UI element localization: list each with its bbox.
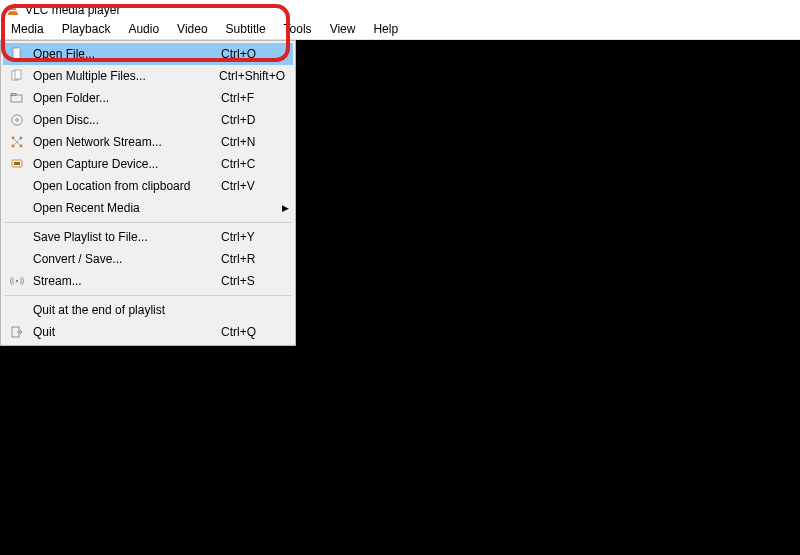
menu-item-open-multiple-files[interactable]: Open Multiple Files...Ctrl+Shift+O — [3, 65, 293, 87]
menu-subtitle[interactable]: Subtitle — [217, 20, 275, 38]
vlc-app-icon — [6, 3, 20, 17]
menu-media[interactable]: Media — [2, 20, 53, 38]
blank-icon — [7, 302, 27, 318]
menu-item-save-playlist-to-file[interactable]: Save Playlist to File...Ctrl+Y — [3, 226, 293, 248]
menu-item-open-network-stream[interactable]: Open Network Stream...Ctrl+N — [3, 131, 293, 153]
svg-point-10 — [12, 115, 22, 125]
menu-item-open-file[interactable]: Open File...Ctrl+O — [3, 43, 293, 65]
menu-item-shortcut: Ctrl+D — [221, 113, 293, 127]
menu-item-shortcut: Ctrl+Q — [221, 325, 293, 339]
menu-item-quit-at-the-end-of-playlist[interactable]: Quit at the end of playlist — [3, 299, 293, 321]
menu-item-label: Stream... — [33, 274, 221, 288]
svg-marker-0 — [9, 5, 17, 13]
svg-rect-7 — [15, 70, 21, 79]
menu-item-open-recent-media[interactable]: Open Recent Media▶ — [3, 197, 293, 219]
folder-icon — [7, 90, 27, 106]
title-bar: VLC media player — [0, 0, 800, 19]
menu-item-label: Open Location from clipboard — [33, 179, 221, 193]
menu-item-shortcut: Ctrl+O — [221, 47, 293, 61]
svg-rect-8 — [11, 95, 22, 102]
submenu-arrow-icon: ▶ — [277, 203, 293, 213]
menu-item-shortcut: Ctrl+F — [221, 91, 293, 105]
blank-icon — [7, 229, 27, 245]
menu-video[interactable]: Video — [168, 20, 216, 38]
menu-item-label: Open Multiple Files... — [33, 69, 219, 83]
disc-icon — [7, 112, 27, 128]
menu-item-label: Open File... — [33, 47, 221, 61]
menu-item-convert-save[interactable]: Convert / Save...Ctrl+R — [3, 248, 293, 270]
menu-item-label: Open Folder... — [33, 91, 221, 105]
capture-icon — [7, 156, 27, 172]
menu-item-shortcut: Ctrl+N — [221, 135, 293, 149]
file-icon — [7, 46, 27, 62]
quit-icon — [7, 324, 27, 340]
menu-item-shortcut: Ctrl+V — [221, 179, 293, 193]
menu-bar: Media Playback Audio Video Subtitle Tool… — [0, 19, 800, 40]
menu-item-shortcut: Ctrl+S — [221, 274, 293, 288]
window-title: VLC media player — [25, 3, 120, 17]
files-icon — [7, 68, 27, 84]
svg-point-20 — [16, 280, 18, 282]
menu-item-label: Open Network Stream... — [33, 135, 221, 149]
menu-item-label: Quit — [33, 325, 221, 339]
menu-item-open-folder[interactable]: Open Folder...Ctrl+F — [3, 87, 293, 109]
svg-point-11 — [16, 119, 19, 122]
menu-item-quit[interactable]: QuitCtrl+Q — [3, 321, 293, 343]
menu-help[interactable]: Help — [364, 20, 407, 38]
menu-item-label: Open Recent Media — [33, 201, 277, 215]
menu-item-open-disc[interactable]: Open Disc...Ctrl+D — [3, 109, 293, 131]
stream-icon — [7, 273, 27, 289]
menu-item-shortcut: Ctrl+Y — [221, 230, 293, 244]
menu-separator — [5, 222, 291, 223]
svg-rect-1 — [8, 13, 18, 15]
menu-item-open-capture-device[interactable]: Open Capture Device...Ctrl+C — [3, 153, 293, 175]
menu-item-label: Open Disc... — [33, 113, 221, 127]
menu-audio[interactable]: Audio — [119, 20, 168, 38]
menu-item-shortcut: Ctrl+C — [221, 157, 293, 171]
menu-view[interactable]: View — [321, 20, 365, 38]
menu-item-stream[interactable]: Stream...Ctrl+S — [3, 270, 293, 292]
media-dropdown-menu: Open File...Ctrl+OOpen Multiple Files...… — [0, 40, 296, 346]
blank-icon — [7, 178, 27, 194]
svg-rect-2 — [11, 7, 16, 8]
menu-item-shortcut: Ctrl+Shift+O — [219, 69, 293, 83]
menu-tools[interactable]: Tools — [275, 20, 321, 38]
menu-item-shortcut: Ctrl+R — [221, 252, 293, 266]
svg-rect-3 — [10, 10, 16, 11]
menu-item-open-location-from-clipboard[interactable]: Open Location from clipboardCtrl+V — [3, 175, 293, 197]
svg-rect-19 — [14, 162, 20, 165]
menu-item-label: Quit at the end of playlist — [33, 303, 221, 317]
menu-item-label: Open Capture Device... — [33, 157, 221, 171]
menu-separator — [5, 295, 291, 296]
menu-playback[interactable]: Playback — [53, 20, 120, 38]
blank-icon — [7, 200, 27, 216]
menu-item-label: Save Playlist to File... — [33, 230, 221, 244]
network-icon — [7, 134, 27, 150]
menu-item-label: Convert / Save... — [33, 252, 221, 266]
blank-icon — [7, 251, 27, 267]
svg-rect-9 — [11, 94, 16, 96]
